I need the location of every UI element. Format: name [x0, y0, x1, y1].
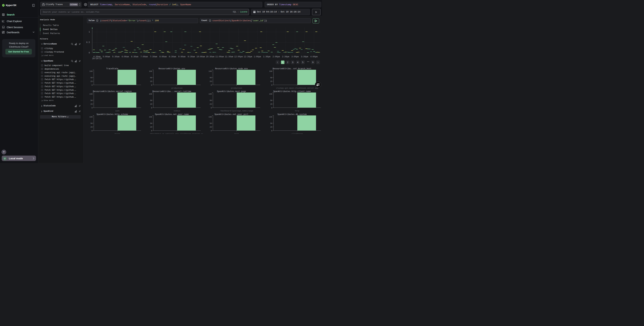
svg-text:/dashboard/[package_name]/page: /dashboard/[package_name]/page [220, 110, 253, 112]
svg-text:25: 25 [210, 103, 212, 105]
svg-text:12:00pm: 12:00pm [234, 56, 242, 58]
svg-text:9:00am: 9:00am [178, 56, 185, 58]
svg-text:0: 0 [88, 52, 90, 54]
svg-text:SpanAttributes.net.peer.port: SpanAttributes.net.peer.port [214, 113, 248, 115]
svg-text:https: https [114, 133, 120, 134]
svg-text:0: 0 [271, 107, 272, 109]
svg-text:25: 25 [150, 103, 152, 105]
svg-text:clickpy-git-main-clickhouse.ve: clickpy-git-main-clickhouse.vercel.app [276, 87, 318, 89]
svg-text:production: production [231, 87, 242, 89]
svg-text:11:30am: 11:30am [225, 56, 233, 58]
svg-text:3:00pm: 3:00pm [291, 56, 298, 58]
svg-text:7:30am: 7:30am [150, 56, 157, 58]
svg-text:25: 25 [90, 126, 92, 128]
svg-text:TraceState: TraceState [106, 67, 118, 70]
svg-text:50: 50 [150, 122, 152, 124]
svg-text:10/10/25: 10/10/25 [92, 58, 102, 60]
svg-text:5:00am: 5:00am [103, 56, 110, 58]
svg-text:50: 50 [270, 77, 272, 79]
svg-text:100: 100 [90, 70, 92, 72]
svg-text:ResourceAttributes.env: ResourceAttributes.env [158, 67, 185, 70]
svg-text:4:00pm: 4:00pm [310, 56, 318, 58]
svg-text:0: 0 [151, 84, 152, 86]
svg-text:100: 100 [90, 116, 92, 118]
svg-text:10:00am: 10:00am [196, 56, 205, 58]
svg-text:25: 25 [210, 126, 212, 128]
svg-text:SpanAttributes.next.page: SpanAttributes.next.page [217, 90, 246, 93]
svg-text:0: 0 [211, 107, 212, 109]
svg-text:i: i [210, 20, 210, 22]
svg-text:50: 50 [270, 122, 272, 124]
svg-text:clickhouse: clickhouse [292, 133, 303, 134]
svg-text:50: 50 [150, 77, 152, 79]
svg-text:25: 25 [270, 126, 272, 128]
svg-text:6:00am: 6:00am [122, 56, 129, 58]
svg-text:50: 50 [90, 122, 92, 124]
svg-text:iad1: iad1 [115, 110, 120, 112]
svg-text:50: 50 [210, 99, 212, 101]
svg-text:100: 100 [208, 70, 212, 72]
svg-text:i: i [97, 20, 98, 22]
svg-text:8:30am: 8:30am [169, 56, 176, 58]
svg-text:0.5: 0.5 [86, 41, 90, 44]
svg-text:0: 0 [92, 84, 92, 86]
svg-text:nodejs: nodejs [174, 110, 180, 112]
svg-text:ResourceAttribu..cel.branch_ho: ResourceAttribu..cel.branch_host [273, 67, 312, 70]
svg-text:ResourceAttributes.vercel.regi: ResourceAttributes.vercel.region [93, 90, 132, 93]
svg-text:25: 25 [270, 103, 272, 105]
svg-text:100: 100 [149, 93, 152, 95]
svg-text:11:00am: 11:00am [215, 56, 224, 58]
svg-text:50: 50 [270, 99, 272, 101]
svg-text:25: 25 [90, 80, 92, 82]
svg-text:0: 0 [151, 130, 152, 132]
svg-text:6:30am: 6:30am [131, 56, 138, 58]
svg-text:12:30pm: 12:30pm [244, 56, 252, 58]
svg-text:100: 100 [208, 116, 212, 118]
svg-text:10:30am: 10:30am [206, 56, 214, 58]
svg-text:1: 1 [88, 31, 90, 33]
svg-text:ResourceAttributes.node.env: ResourceAttributes.node.env [215, 67, 248, 70]
svg-text:0: 0 [211, 130, 212, 132]
svg-text:0: 0 [211, 84, 212, 86]
svg-text:SpanAttributes.db.system: SpanAttributes.db.system [278, 113, 306, 115]
svg-text:z5prz9ggc4.us-central1.gcp.cli: z5prz9ggc4.us-central1.gcp.clickhouse-st… [150, 133, 203, 134]
svg-text:http: http [295, 110, 299, 112]
svg-text:ResourceAttribu...vercel.runti: ResourceAttribu...vercel.runtime [152, 90, 191, 93]
svg-text:0: 0 [271, 84, 272, 86]
svg-text:25: 25 [210, 80, 212, 82]
svg-text:8:00am: 8:00am [159, 56, 166, 58]
svg-text:50: 50 [150, 99, 152, 101]
svg-text:SpanAttributes.http.scheme: SpanAttributes.http.scheme [96, 113, 128, 115]
svg-text:25: 25 [150, 126, 152, 128]
svg-text:3:30pm: 3:30pm [301, 56, 308, 58]
svg-text:0: 0 [151, 107, 152, 109]
svg-text:5:30am: 5:30am [112, 56, 119, 58]
svg-text:50: 50 [210, 77, 212, 79]
svg-text:1:00pm: 1:00pm [254, 56, 261, 58]
svg-text:50: 50 [210, 122, 212, 124]
svg-text:8443: 8443 [234, 133, 239, 134]
svg-text:25: 25 [150, 80, 152, 82]
svg-text:SpanAttributes.http.client.nam: SpanAttributes.http.client.name [273, 90, 311, 93]
svg-text:9:30am: 9:30am [188, 56, 195, 58]
svg-text:production: production [171, 87, 182, 89]
svg-text:100: 100 [208, 93, 212, 95]
svg-text:50: 50 [90, 99, 92, 101]
svg-text:1:30pm: 1:30pm [263, 56, 270, 58]
svg-text:7:00am: 7:00am [140, 56, 148, 58]
svg-text:100: 100 [269, 116, 272, 118]
svg-text:0: 0 [92, 130, 92, 132]
svg-text:100: 100 [269, 70, 272, 72]
svg-text:100: 100 [90, 93, 92, 95]
svg-text:0: 0 [92, 107, 92, 109]
svg-text:100: 100 [149, 70, 152, 72]
svg-text:SpanAttributes.net.peer.name: SpanAttributes.net.peer.name [155, 113, 189, 115]
svg-text:2:30pm: 2:30pm [282, 56, 289, 58]
svg-text:50: 50 [90, 77, 92, 79]
svg-text:25: 25 [90, 103, 92, 105]
svg-text:100: 100 [269, 93, 272, 95]
svg-text:100: 100 [149, 116, 152, 118]
svg-text:0: 0 [271, 130, 272, 132]
svg-text:25: 25 [270, 80, 272, 82]
svg-text:2:00pm: 2:00pm [272, 56, 280, 58]
